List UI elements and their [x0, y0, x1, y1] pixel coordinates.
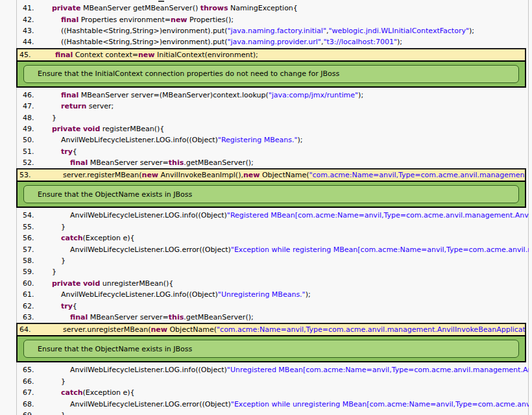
code-line: 41.private MBeanServer getMBeanServer() … [0, 3, 529, 14]
code-line: 52.final MBeanServer server=this.getMBea… [0, 157, 529, 168]
code-line: 65.AnvilWebLifecycleListener.LOG.info((O… [0, 364, 529, 375]
code-text: ((Hashtable<String,String>)environment).… [61, 27, 474, 35]
line-number: 66. [0, 377, 39, 386]
code-text: AnvilWebLifecycleListener.LOG.info((Obje… [70, 366, 529, 374]
code-text: final Context context=new InitialContext… [55, 51, 258, 59]
code-line: 62.try{ [0, 300, 529, 311]
line-number: 57. [0, 245, 39, 254]
line-number: 65. [0, 366, 39, 374]
line-number: 43. [0, 27, 39, 35]
line-number: 49. [0, 125, 39, 133]
code-line: 67.catch(Exception e){ [0, 387, 529, 398]
line-number: 52. [0, 158, 39, 167]
code-line: 50.AnvilWebLifecycleListener.LOG.info((O… [0, 134, 529, 145]
code-text: final MBeanServer server=(MBeanServer)co… [61, 91, 363, 99]
line-number: 68. [0, 400, 39, 409]
code-text: } [61, 411, 66, 415]
code-text: return server; [61, 102, 114, 110]
line-number: 45. [18, 51, 56, 59]
code-line: 48.} [0, 112, 529, 123]
code-text: final Properties environment=new Propert… [61, 16, 234, 24]
annotation-box: Ensure that the ObjectName exists in JBo… [16, 181, 526, 208]
code-text: AnvilWebLifecycleListener.LOG.error((Obj… [70, 400, 529, 409]
line-number: 53. [18, 171, 56, 179]
code-text: catch(Exception e){ [61, 388, 135, 397]
code-line: 44.((Hashtable<String,String>)environmen… [0, 36, 529, 47]
code-text: catch(Exception e){ [61, 234, 135, 242]
code-line: 57.AnvilWebLifecycleListener.LOG.error((… [0, 244, 529, 255]
code-line: 69.} [0, 410, 529, 415]
code-line-highlighted: 64.server.unregisterMBean(new ObjectName… [16, 323, 526, 336]
annotation-text: Ensure that the ObjectName exists in JBo… [23, 340, 519, 358]
code-listing: 41.private MBeanServer getMBeanServer() … [0, 3, 532, 415]
annotation-box: Ensure that the InitialContext connectio… [16, 60, 526, 88]
code-line-highlighted: 45.final Context context=new InitialCont… [16, 48, 526, 62]
line-number: 59. [0, 268, 39, 276]
line-number: 44. [0, 38, 39, 46]
line-number: 55. [0, 223, 39, 231]
code-line: 58.} [0, 255, 529, 266]
code-line: 43.((Hashtable<String,String>)environmen… [0, 25, 529, 36]
code-text: AnvilWebLifecycleListener.LOG.info((Obje… [61, 290, 311, 299]
code-line: 59.} [0, 266, 529, 277]
code-line: 46.final MBeanServer server=(MBeanServer… [0, 90, 529, 101]
code-text: } [61, 223, 66, 231]
annotation-text: Ensure that the InitialContext connectio… [23, 65, 519, 83]
code-text: private void registerMBean(){ [52, 125, 164, 133]
code-text: try{ [61, 147, 77, 156]
line-number: 54. [0, 211, 39, 220]
code-text: private void unregisterMBean(){ [52, 279, 173, 288]
code-text: } [61, 257, 66, 265]
code-line: 47.return server; [0, 101, 529, 112]
line-number: 60. [0, 279, 39, 288]
line-number: 41. [0, 4, 39, 12]
code-line-highlighted: 53.server.registerMBean(new AnvilInvokeB… [16, 168, 526, 182]
code-line: 54.AnvilWebLifecycleListener.LOG.info((O… [0, 210, 529, 221]
code-text: server.unregisterMBean(new ObjectName("c… [63, 325, 526, 334]
line-number: 67. [0, 388, 39, 397]
code-text: } [61, 377, 66, 386]
code-text: final MBeanServer server=this.getMBeanSe… [70, 158, 254, 167]
code-line: 60.private void unregisterMBean(){ [0, 278, 529, 289]
code-text: try{ [61, 302, 77, 310]
code-line: 63.final MBeanServer server=this.getMBea… [0, 312, 529, 323]
line-number: 50. [0, 136, 39, 144]
code-line: 68.AnvilWebLifecycleListener.LOG.error((… [0, 398, 529, 409]
line-number: 47. [0, 102, 39, 110]
line-number: 62. [0, 302, 39, 310]
clipped-line-fragment [158, 1, 164, 2]
code-text: AnvilWebLifecycleListener.LOG.info((Obje… [70, 211, 529, 220]
code-line: 42.final Properties environment=new Prop… [0, 14, 529, 25]
code-line: 61.AnvilWebLifecycleListener.LOG.info((O… [0, 289, 529, 300]
code-text: private MBeanServer getMBeanServer() thr… [52, 4, 298, 12]
code-line: 66.} [0, 376, 529, 387]
line-number: 42. [0, 16, 39, 24]
code-text: ((Hashtable<String,String>)environment).… [61, 38, 402, 46]
code-line: 51.try{ [0, 146, 529, 157]
line-number: 51. [0, 147, 39, 156]
code-line: 56.catch(Exception e){ [0, 233, 529, 244]
annotation-text: Ensure that the ObjectName exists in JBo… [23, 185, 519, 203]
line-number: 46. [0, 91, 39, 99]
code-text: server.registerMBean(new AnvilInvokeBean… [63, 171, 526, 179]
code-line: 55.} [0, 221, 529, 233]
line-number: 63. [0, 313, 39, 321]
code-text: final MBeanServer server=this.getMBeanSe… [70, 313, 254, 321]
code-text: } [52, 114, 56, 122]
code-text: AnvilWebLifecycleListener.LOG.info((Obje… [61, 136, 303, 144]
line-number: 61. [0, 290, 39, 299]
line-number: 69. [0, 411, 39, 415]
code-text: } [52, 268, 56, 276]
line-number: 56. [0, 234, 39, 242]
line-number: 58. [0, 257, 39, 265]
line-number: 48. [0, 114, 39, 122]
code-line: 49.private void registerMBean(){ [0, 123, 529, 134]
annotation-box: Ensure that the ObjectName exists in JBo… [16, 335, 526, 362]
line-number: 64. [18, 325, 56, 334]
code-text: AnvilWebLifecycleListener.LOG.error((Obj… [70, 245, 529, 254]
